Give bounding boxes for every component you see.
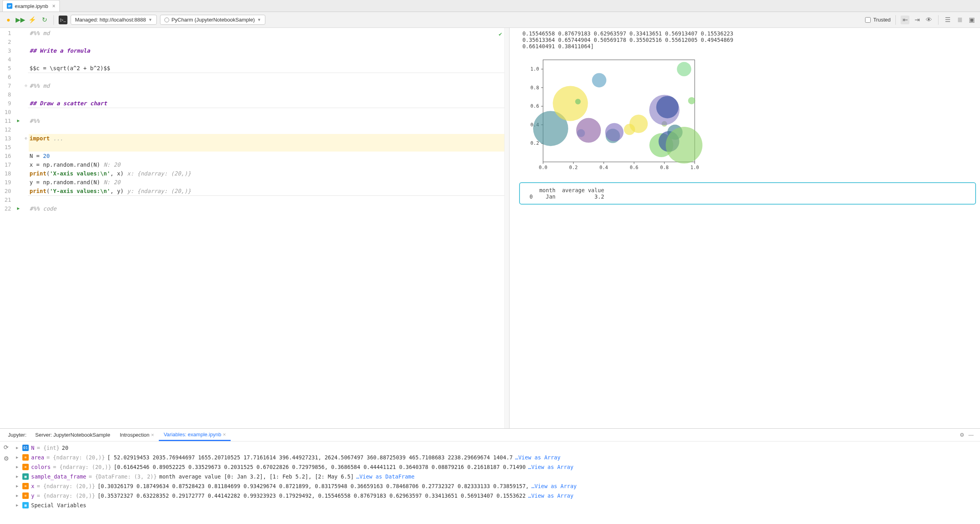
svg-point-24 [553, 86, 588, 121]
tab-introspection[interactable]: Introspection× [115, 429, 159, 440]
variable-type: = {int} [37, 443, 59, 453]
close-icon[interactable]: × [223, 431, 226, 437]
editor-scrollbar[interactable] [504, 28, 509, 428]
scatter-chart: 0.00.20.40.60.81.00.20.40.60.81.0 [519, 56, 703, 175]
variable-value: [0.61642546 0.89052225 0.33529673 0.2031… [114, 462, 526, 472]
variable-type: = {ndarray: (20,)} [37, 491, 95, 500]
variable-value: 20 [62, 443, 68, 453]
check-ok-icon: ✔ [499, 30, 502, 38]
code-text: import [30, 135, 50, 142]
view-as-link[interactable]: …View as DataFrame [356, 472, 415, 481]
variable-row[interactable]: ▶▦sample_data_frame = {DataFrame: (3, 2)… [14, 472, 978, 481]
special-variables-row[interactable]: ▶▦Special Variables [14, 500, 978, 510]
preview-toggle-icon[interactable]: 👁 [925, 16, 933, 24]
variables-list[interactable]: ▶01N = {int} 20▶≡area = {ndarray: (20,)}… [12, 441, 980, 524]
expand-icon[interactable]: ▶ [14, 481, 20, 491]
view-as-link[interactable]: …View as Array [528, 462, 573, 472]
expand-icon[interactable]: ▶ [14, 453, 20, 462]
kernel-status-icon [164, 18, 169, 22]
view-mode-icon[interactable]: ⇤ [901, 16, 909, 24]
code-text: Draw a scatter chart [40, 100, 107, 106]
variable-row[interactable]: ▶≡colors = {ndarray: (20,)} [0.61642546 … [14, 462, 978, 472]
lightbulb-icon[interactable]: ● [4, 16, 13, 24]
svg-text:0.8: 0.8 [530, 85, 539, 91]
code-area[interactable]: ✔ #%% md ## Write a formula $$c = \sqrt(… [29, 28, 504, 428]
expand-icon[interactable]: ▶ [14, 443, 20, 453]
kernel-dropdown[interactable]: PyCharm (JupyterNotebookSample) ▼ [160, 15, 266, 25]
settings-icon[interactable]: ⚙ [4, 455, 9, 462]
code-text: print [30, 188, 46, 194]
variable-type: = {DataFrame: (3, 2)} [89, 472, 157, 481]
type-badge-icon: 01 [22, 445, 29, 451]
svg-text:0.6: 0.6 [530, 103, 539, 109]
close-tab-icon[interactable]: × [52, 3, 55, 9]
tab-label: Variables: example.ipynb [164, 431, 221, 437]
svg-text:1.0: 1.0 [690, 165, 699, 170]
variable-value: [0.30326179 0.18749634 0.87528423 0.8118… [97, 481, 529, 491]
expand-icon[interactable]: ▶ [14, 472, 20, 481]
interrupt-icon[interactable]: ⚡ [28, 16, 37, 24]
minimize-icon[interactable]: — [968, 432, 974, 438]
expand-icon[interactable]: ▶ [14, 500, 20, 510]
gear-icon[interactable]: ⚙ [960, 432, 964, 438]
variable-row[interactable]: ▶≡x = {ndarray: (20,)} [0.30326179 0.187… [14, 481, 978, 491]
type-badge-icon: ▦ [22, 473, 29, 480]
code-editor[interactable]: 123456789101112131516171819202122 ▶ ▶ ⊖⊕… [0, 28, 510, 428]
code-text: ## [30, 47, 40, 54]
code-text: Write a formula [40, 47, 90, 54]
view-as-link[interactable]: …View as Array [531, 481, 577, 491]
code-text: ## [30, 100, 40, 106]
tab-label: Introspection [120, 432, 149, 438]
output-preview[interactable]: 0.15546558 0.87679183 0.62963597 0.33413… [510, 28, 980, 428]
expand-icon[interactable]: ▶ [14, 491, 20, 500]
variable-name: sample_data_frame [31, 472, 86, 481]
dataframe-output: month average value 0 Jan 3.2 [519, 182, 976, 205]
editor-tabbar: IP example.ipynb × [0, 0, 980, 12]
cell-type-icon[interactable]: ▷_ [59, 16, 67, 24]
svg-text:0.2: 0.2 [569, 165, 578, 170]
refresh-icon[interactable]: ⟳ [4, 444, 9, 451]
variable-name: colors [31, 462, 51, 472]
run-all-icon[interactable]: ▶▶ [16, 16, 25, 24]
close-icon[interactable]: × [151, 432, 154, 438]
restart-icon[interactable]: ↻ [40, 16, 49, 24]
tab-label: Server: JupyterNotebookSample [35, 432, 110, 438]
tab-server[interactable]: Server: JupyterNotebookSample [30, 429, 115, 440]
svg-point-28 [592, 73, 607, 87]
variable-row[interactable]: ▶01N = {int} 20 [14, 443, 978, 453]
file-tab[interactable]: IP example.ipynb × [2, 0, 60, 12]
svg-point-25 [575, 99, 581, 104]
variable-type: = {ndarray: (20,)} [47, 453, 105, 462]
expand-icon[interactable]: ▶ [14, 462, 20, 472]
special-badge-icon: ▦ [22, 502, 29, 508]
variable-row[interactable]: ▶≡y = {ndarray: (20,)} [0.35372327 0.632… [14, 491, 978, 500]
server-dropdown[interactable]: Managed: http://localhost:8888 ▼ [71, 15, 157, 25]
run-cell-icon[interactable]: ▶ [17, 116, 20, 125]
list-view-icon[interactable]: ☰ [943, 16, 952, 24]
fold-gutter: ⊖⊕ [23, 28, 29, 428]
view-as-link[interactable]: …View as Array [515, 453, 561, 462]
variable-type: = {ndarray: (20,)} [37, 481, 95, 491]
table-view-icon[interactable]: ≣ [955, 16, 964, 24]
svg-point-39 [666, 127, 703, 164]
tab-variables[interactable]: Variables: example.ipynb× [159, 429, 231, 441]
notebook-toolbar: ● ▶▶ ⚡ ↻ ▷_ Managed: http://localhost:88… [0, 12, 980, 28]
code-text: x = np.random.rand(N) [30, 162, 103, 168]
variable-type: = {ndarray: (20,)} [53, 462, 111, 472]
notebook-file-icon: IP [7, 3, 12, 9]
view-as-link[interactable]: …View as Array [528, 491, 573, 500]
separator [895, 15, 896, 25]
code-text: N: 20 [103, 162, 120, 168]
type-badge-icon: ≡ [22, 483, 29, 489]
run-cell-icon[interactable]: ▶ [17, 204, 20, 213]
variable-row[interactable]: ▶≡area = {ndarray: (20,)} [ 52.02919453 … [14, 453, 978, 462]
view-mode-icon[interactable]: ⇥ [913, 16, 921, 24]
image-view-icon[interactable]: ▣ [967, 16, 976, 24]
trusted-checkbox[interactable]: Trusted [865, 17, 891, 23]
svg-point-40 [677, 62, 692, 76]
variable-name: y [31, 491, 34, 500]
separator [938, 15, 939, 25]
run-marker-gutter: ▶ ▶ [14, 28, 23, 428]
jupyter-panel-tabs: Jupyter: Server: JupyterNotebookSample I… [0, 429, 980, 441]
code-text: , y) [110, 188, 127, 194]
